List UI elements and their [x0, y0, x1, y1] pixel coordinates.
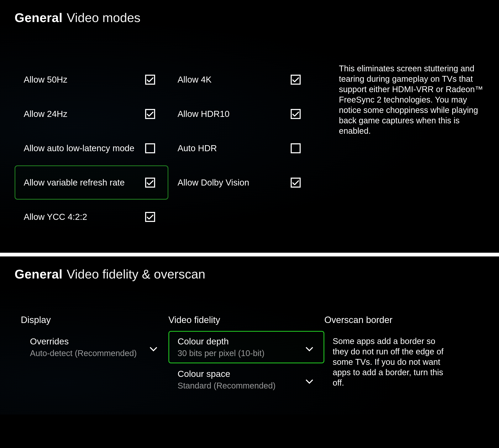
checkbox[interactable]	[291, 178, 301, 188]
overscan-description: Some apps add a border so they do not ru…	[324, 331, 445, 388]
option-label: Allow YCC 4:2:2	[24, 212, 87, 222]
divider	[0, 253, 499, 256]
checkbox[interactable]	[145, 143, 155, 153]
page-header: General Video modes	[15, 10, 484, 25]
checkbox[interactable]	[291, 75, 301, 85]
option-auto-hdr[interactable]: Auto HDR	[168, 131, 314, 165]
checkmark-icon	[147, 214, 154, 219]
dropdown-value: 30 bits per pixel (10-bit)	[178, 349, 265, 358]
option-label: Allow Dolby Vision	[178, 178, 249, 188]
checkmark-icon	[292, 112, 299, 116]
checkbox[interactable]	[291, 109, 301, 119]
dropdown-value: Auto-detect (Recommended)	[30, 349, 137, 358]
video-modes-panel: General Video modes Allow 50HzAllow 24Hz…	[0, 0, 499, 253]
checkmark-icon	[292, 77, 299, 82]
dropdown-colour-space[interactable]: Colour spaceStandard (Recommended)	[168, 363, 324, 396]
breadcrumb-main: General	[15, 267, 62, 281]
option-allow-24hz[interactable]: Allow 24Hz	[15, 97, 168, 131]
section-title-fidelity: Video fidelity	[168, 315, 324, 325]
page-title: Video fidelity & overscan	[67, 267, 205, 281]
checkmark-icon	[292, 180, 299, 185]
fidelity-column: Video fidelity Colour depth30 bits per p…	[168, 315, 324, 396]
page-title: Video modes	[67, 10, 140, 25]
dropdown-label: Colour depth	[178, 336, 265, 347]
checkbox[interactable]	[145, 178, 155, 188]
option-label: Allow 24Hz	[24, 109, 67, 119]
dropdown-overrides[interactable]: OverridesAuto-detect (Recommended)	[21, 331, 168, 363]
section-title-display: Display	[21, 315, 168, 325]
option-label: Allow auto low-latency mode	[24, 143, 134, 153]
checkbox[interactable]	[145, 75, 155, 85]
checkmark-icon	[147, 180, 154, 185]
page-header: General Video fidelity & overscan	[15, 267, 484, 281]
section-title-overscan: Overscan border	[324, 315, 474, 325]
dropdown-colour-depth[interactable]: Colour depth30 bits per pixel (10-bit)	[168, 331, 324, 363]
option-allow-dolby-vision[interactable]: Allow Dolby Vision	[168, 165, 314, 200]
option-label: Allow HDR10	[178, 109, 230, 119]
option-label: Auto HDR	[178, 143, 217, 153]
overscan-column: Overscan border Some apps add a border s…	[324, 315, 474, 396]
options-column-left: Allow 50HzAllow 24HzAllow auto low-laten…	[15, 62, 168, 234]
chevron-down-icon	[150, 347, 157, 352]
option-allow-ycc-4-2-2[interactable]: Allow YCC 4:2:2	[15, 200, 168, 234]
display-column: Display OverridesAuto-detect (Recommende…	[15, 315, 168, 396]
dropdown-label: Colour space	[178, 369, 276, 379]
video-fidelity-panel: General Video fidelity & overscan Displa…	[0, 256, 499, 415]
checkbox[interactable]	[291, 143, 301, 153]
chevron-down-icon	[306, 347, 313, 352]
checkbox[interactable]	[145, 109, 155, 119]
breadcrumb-main: General	[15, 10, 62, 25]
dropdown-value: Standard (Recommended)	[178, 381, 276, 390]
info-description: This eliminates screen stuttering and te…	[339, 62, 484, 234]
options-column-right: Allow 4KAllow HDR10Auto HDRAllow Dolby V…	[168, 62, 314, 234]
chevron-down-icon	[306, 379, 313, 384]
option-allow-auto-low-latency-mode[interactable]: Allow auto low-latency mode	[15, 131, 168, 165]
option-allow-variable-refresh-rate[interactable]: Allow variable refresh rate	[15, 165, 168, 200]
checkmark-icon	[147, 77, 154, 82]
dropdown-label: Overrides	[30, 336, 137, 347]
option-allow-50hz[interactable]: Allow 50Hz	[15, 62, 168, 97]
option-label: Allow 4K	[178, 75, 211, 85]
option-allow-4k[interactable]: Allow 4K	[168, 62, 314, 97]
checkbox[interactable]	[145, 212, 155, 222]
option-label: Allow 50Hz	[24, 75, 67, 85]
checkmark-icon	[147, 112, 154, 116]
option-allow-hdr10[interactable]: Allow HDR10	[168, 97, 314, 131]
option-label: Allow variable refresh rate	[24, 178, 125, 188]
